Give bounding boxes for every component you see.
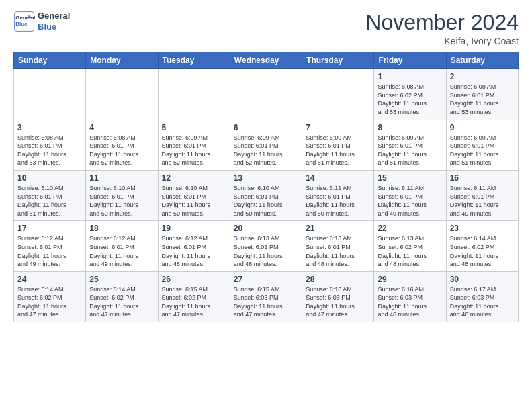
day-number: 15 bbox=[378, 173, 442, 183]
calendar-cell bbox=[14, 69, 86, 120]
calendar-cell: 23Sunrise: 6:14 AM Sunset: 6:02 PM Dayli… bbox=[446, 221, 518, 271]
calendar-cell: 6Sunrise: 6:09 AM Sunset: 6:01 PM Daylig… bbox=[230, 120, 302, 170]
day-number: 3 bbox=[17, 123, 82, 132]
calendar-cell: 18Sunrise: 6:12 AM Sunset: 6:01 PM Dayli… bbox=[86, 221, 158, 271]
calendar-cell bbox=[158, 69, 230, 120]
calendar-week-row: 24Sunrise: 6:14 AM Sunset: 6:02 PM Dayli… bbox=[14, 271, 519, 322]
header: General Blue General Blue November 2024 … bbox=[13, 11, 519, 46]
calendar-cell: 15Sunrise: 6:11 AM Sunset: 6:01 PM Dayli… bbox=[374, 170, 446, 220]
day-info: Sunrise: 6:10 AM Sunset: 6:01 PM Dayligh… bbox=[234, 184, 298, 218]
weekday-header-row: SundayMondayTuesdayWednesdayThursdayFrid… bbox=[14, 52, 519, 69]
day-number: 2 bbox=[450, 72, 515, 81]
day-number: 24 bbox=[17, 275, 82, 284]
logo-icon: General Blue bbox=[13, 11, 35, 32]
calendar-cell: 9Sunrise: 6:09 AM Sunset: 6:01 PM Daylig… bbox=[446, 120, 518, 170]
calendar-cell bbox=[302, 69, 374, 120]
logo-text: General Blue bbox=[38, 11, 70, 32]
day-number: 11 bbox=[89, 173, 154, 183]
weekday-header: Monday bbox=[86, 52, 158, 69]
day-number: 9 bbox=[450, 123, 515, 132]
calendar-cell: 8Sunrise: 6:09 AM Sunset: 6:01 PM Daylig… bbox=[374, 120, 446, 170]
day-number: 26 bbox=[162, 275, 226, 284]
page: General Blue General Blue November 2024 … bbox=[0, 0, 532, 411]
day-info: Sunrise: 6:15 AM Sunset: 6:02 PM Dayligh… bbox=[162, 285, 226, 319]
calendar-cell: 26Sunrise: 6:15 AM Sunset: 6:02 PM Dayli… bbox=[158, 271, 230, 322]
day-number: 30 bbox=[450, 275, 515, 284]
day-info: Sunrise: 6:09 AM Sunset: 6:01 PM Dayligh… bbox=[450, 134, 515, 167]
day-info: Sunrise: 6:12 AM Sunset: 6:01 PM Dayligh… bbox=[89, 234, 154, 268]
day-number: 4 bbox=[89, 123, 154, 132]
svg-text:Blue: Blue bbox=[15, 21, 28, 27]
calendar-week-row: 1Sunrise: 6:08 AM Sunset: 6:02 PM Daylig… bbox=[14, 69, 519, 120]
calendar-week-row: 3Sunrise: 6:08 AM Sunset: 6:01 PM Daylig… bbox=[14, 120, 519, 170]
calendar-cell: 22Sunrise: 6:13 AM Sunset: 6:02 PM Dayli… bbox=[374, 221, 446, 271]
calendar-cell: 14Sunrise: 6:11 AM Sunset: 6:01 PM Dayli… bbox=[302, 170, 374, 220]
day-number: 13 bbox=[234, 173, 298, 183]
day-info: Sunrise: 6:10 AM Sunset: 6:01 PM Dayligh… bbox=[162, 184, 226, 218]
calendar-cell: 1Sunrise: 6:08 AM Sunset: 6:02 PM Daylig… bbox=[374, 69, 446, 120]
day-number: 8 bbox=[378, 123, 442, 132]
weekday-header: Tuesday bbox=[158, 52, 230, 69]
day-info: Sunrise: 6:11 AM Sunset: 6:01 PM Dayligh… bbox=[450, 184, 515, 218]
weekday-header: Sunday bbox=[14, 52, 86, 69]
day-info: Sunrise: 6:10 AM Sunset: 6:01 PM Dayligh… bbox=[17, 184, 82, 218]
calendar-cell: 7Sunrise: 6:09 AM Sunset: 6:01 PM Daylig… bbox=[302, 120, 374, 170]
day-info: Sunrise: 6:08 AM Sunset: 6:01 PM Dayligh… bbox=[450, 83, 515, 116]
weekday-header: Wednesday bbox=[230, 52, 302, 69]
day-number: 7 bbox=[306, 123, 370, 132]
day-info: Sunrise: 6:13 AM Sunset: 6:01 PM Dayligh… bbox=[234, 234, 298, 268]
day-number: 1 bbox=[378, 72, 442, 81]
calendar-cell: 10Sunrise: 6:10 AM Sunset: 6:01 PM Dayli… bbox=[14, 170, 86, 220]
calendar-cell: 29Sunrise: 6:16 AM Sunset: 6:03 PM Dayli… bbox=[374, 271, 446, 322]
weekday-header: Friday bbox=[374, 52, 446, 69]
svg-text:General: General bbox=[15, 15, 35, 21]
day-number: 23 bbox=[450, 224, 515, 233]
day-number: 10 bbox=[17, 173, 82, 183]
day-number: 14 bbox=[306, 173, 370, 183]
day-info: Sunrise: 6:09 AM Sunset: 6:01 PM Dayligh… bbox=[162, 134, 226, 167]
calendar: SundayMondayTuesdayWednesdayThursdayFrid… bbox=[13, 52, 519, 322]
calendar-cell: 11Sunrise: 6:10 AM Sunset: 6:01 PM Dayli… bbox=[86, 170, 158, 220]
day-number: 5 bbox=[162, 123, 226, 132]
day-number: 6 bbox=[234, 123, 298, 132]
day-number: 12 bbox=[162, 173, 226, 183]
location: Keifa, Ivory Coast bbox=[365, 36, 519, 46]
day-info: Sunrise: 6:08 AM Sunset: 6:01 PM Dayligh… bbox=[89, 134, 154, 167]
calendar-cell bbox=[230, 69, 302, 120]
calendar-cell: 17Sunrise: 6:12 AM Sunset: 6:01 PM Dayli… bbox=[14, 221, 86, 271]
day-info: Sunrise: 6:16 AM Sunset: 6:03 PM Dayligh… bbox=[306, 285, 370, 319]
calendar-cell: 2Sunrise: 6:08 AM Sunset: 6:01 PM Daylig… bbox=[446, 69, 518, 120]
calendar-week-row: 17Sunrise: 6:12 AM Sunset: 6:01 PM Dayli… bbox=[14, 221, 519, 271]
day-info: Sunrise: 6:11 AM Sunset: 6:01 PM Dayligh… bbox=[378, 184, 442, 218]
day-info: Sunrise: 6:13 AM Sunset: 6:02 PM Dayligh… bbox=[378, 234, 442, 268]
calendar-cell: 21Sunrise: 6:13 AM Sunset: 6:01 PM Dayli… bbox=[302, 221, 374, 271]
day-number: 25 bbox=[89, 275, 154, 284]
day-info: Sunrise: 6:14 AM Sunset: 6:02 PM Dayligh… bbox=[89, 285, 154, 319]
day-number: 17 bbox=[17, 224, 82, 233]
calendar-cell bbox=[86, 69, 158, 120]
calendar-cell: 30Sunrise: 6:17 AM Sunset: 6:03 PM Dayli… bbox=[446, 271, 518, 322]
title-block: November 2024 Keifa, Ivory Coast bbox=[365, 11, 519, 46]
calendar-cell: 27Sunrise: 6:15 AM Sunset: 6:03 PM Dayli… bbox=[230, 271, 302, 322]
calendar-cell: 20Sunrise: 6:13 AM Sunset: 6:01 PM Dayli… bbox=[230, 221, 302, 271]
weekday-header: Saturday bbox=[446, 52, 518, 69]
calendar-cell: 5Sunrise: 6:09 AM Sunset: 6:01 PM Daylig… bbox=[158, 120, 230, 170]
day-info: Sunrise: 6:11 AM Sunset: 6:01 PM Dayligh… bbox=[306, 184, 370, 218]
day-info: Sunrise: 6:12 AM Sunset: 6:01 PM Dayligh… bbox=[162, 234, 226, 268]
day-info: Sunrise: 6:09 AM Sunset: 6:01 PM Dayligh… bbox=[378, 134, 442, 167]
calendar-cell: 4Sunrise: 6:08 AM Sunset: 6:01 PM Daylig… bbox=[86, 120, 158, 170]
day-info: Sunrise: 6:08 AM Sunset: 6:02 PM Dayligh… bbox=[378, 83, 442, 116]
day-number: 20 bbox=[234, 224, 298, 233]
day-number: 27 bbox=[234, 275, 298, 284]
day-info: Sunrise: 6:13 AM Sunset: 6:01 PM Dayligh… bbox=[306, 234, 370, 268]
day-info: Sunrise: 6:12 AM Sunset: 6:01 PM Dayligh… bbox=[17, 234, 82, 268]
calendar-cell: 12Sunrise: 6:10 AM Sunset: 6:01 PM Dayli… bbox=[158, 170, 230, 220]
calendar-cell: 16Sunrise: 6:11 AM Sunset: 6:01 PM Dayli… bbox=[446, 170, 518, 220]
day-info: Sunrise: 6:15 AM Sunset: 6:03 PM Dayligh… bbox=[234, 285, 298, 319]
day-number: 28 bbox=[306, 275, 370, 284]
day-info: Sunrise: 6:08 AM Sunset: 6:01 PM Dayligh… bbox=[17, 134, 82, 167]
day-info: Sunrise: 6:14 AM Sunset: 6:02 PM Dayligh… bbox=[450, 234, 515, 268]
day-info: Sunrise: 6:17 AM Sunset: 6:03 PM Dayligh… bbox=[450, 285, 515, 319]
calendar-week-row: 10Sunrise: 6:10 AM Sunset: 6:01 PM Dayli… bbox=[14, 170, 519, 220]
day-number: 16 bbox=[450, 173, 515, 183]
